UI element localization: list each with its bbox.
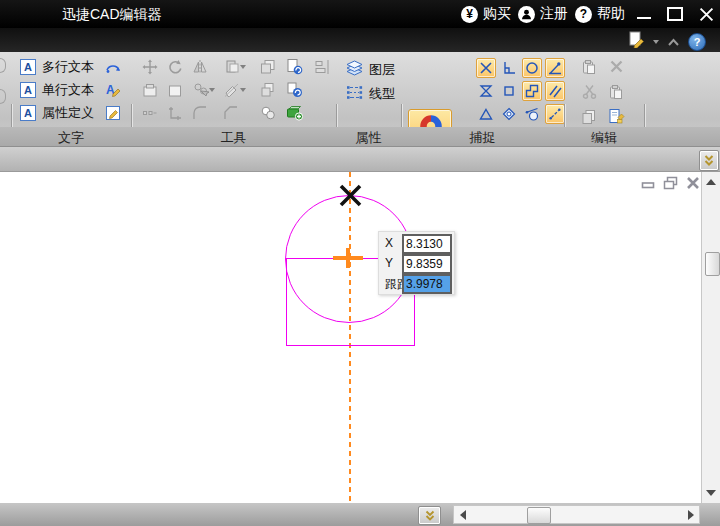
paste-block-icon[interactable] bbox=[140, 80, 160, 99]
singleline-text-icon: A bbox=[20, 82, 36, 98]
user-icon bbox=[518, 6, 535, 23]
snap-midpoint-toggle[interactable] bbox=[476, 81, 496, 101]
draw-order-icon[interactable] bbox=[284, 57, 304, 76]
rotate-icon[interactable] bbox=[165, 57, 185, 76]
copy-icon[interactable] bbox=[579, 107, 599, 126]
ribbon-group-labels: 文字 工具 属性 捕捉 编辑 bbox=[0, 127, 720, 147]
vertical-scrollbar[interactable] bbox=[701, 172, 720, 503]
copy-objects-icon[interactable] bbox=[258, 57, 278, 76]
arrow-down-icon bbox=[706, 490, 716, 496]
vertical-scroll-thumb[interactable] bbox=[705, 252, 720, 276]
erase-dropdown-icon[interactable] bbox=[221, 80, 249, 99]
y-value-field[interactable]: 9.8359 bbox=[402, 254, 452, 274]
quick-access-band: ? bbox=[0, 28, 720, 52]
offset-dropdown-icon[interactable] bbox=[221, 57, 249, 76]
close-button[interactable] bbox=[694, 2, 718, 26]
clipped-icon bbox=[0, 89, 6, 104]
close-icon bbox=[699, 7, 714, 22]
layers-button[interactable]: 图层 bbox=[346, 60, 395, 80]
delete-icon[interactable] bbox=[606, 57, 626, 76]
edit-attribute-icon[interactable] bbox=[104, 104, 121, 121]
double-chevron-down-icon bbox=[703, 154, 715, 167]
attribute-define-button[interactable]: A 属性定义 bbox=[20, 103, 94, 123]
attribute-define-icon: A bbox=[20, 105, 36, 121]
tools-group-label: 工具 bbox=[132, 129, 335, 147]
bottombar-expand-button[interactable] bbox=[418, 506, 441, 525]
mdi-minimize-button[interactable] bbox=[641, 176, 655, 194]
props-group-label: 属性 bbox=[337, 129, 400, 147]
maximize-button[interactable] bbox=[663, 2, 687, 26]
snap-intersection-toggle[interactable] bbox=[476, 58, 496, 78]
app-window: 迅捷CAD编辑器 ¥ 购买 注册 ? 帮助 bbox=[0, 0, 720, 526]
multiline-text-icon: A bbox=[20, 59, 36, 75]
edit-text-icon[interactable]: A bbox=[104, 81, 121, 98]
help-button[interactable]: ? 帮助 bbox=[575, 5, 625, 23]
singleline-text-button[interactable]: A 单行文本 bbox=[20, 80, 94, 100]
snap-node-toggle[interactable] bbox=[499, 81, 519, 101]
chamfer-icon[interactable] bbox=[221, 103, 241, 122]
fillet-icon[interactable] bbox=[190, 103, 210, 122]
buy-button[interactable]: ¥ 购买 bbox=[461, 5, 511, 23]
bottom-bar bbox=[0, 503, 720, 526]
paste-special-icon[interactable] bbox=[606, 82, 626, 101]
buy-label: 购买 bbox=[483, 5, 511, 23]
scroll-up-button[interactable] bbox=[702, 174, 720, 190]
x-value-field[interactable]: 8.3130 bbox=[402, 234, 452, 254]
y-label: Y bbox=[385, 256, 393, 270]
horizontal-scrollbar[interactable] bbox=[453, 505, 700, 524]
register-button[interactable]: 注册 bbox=[518, 5, 568, 23]
paste-origin-icon[interactable] bbox=[165, 80, 185, 99]
document-tab-strip bbox=[0, 147, 720, 172]
app-title: 迅捷CAD编辑器 bbox=[62, 0, 162, 28]
tabstrip-expand-button[interactable] bbox=[699, 150, 719, 171]
point-style-icon[interactable] bbox=[140, 103, 160, 122]
edit-drawing-icon[interactable] bbox=[628, 31, 645, 52]
snap-nearest-toggle[interactable] bbox=[522, 81, 542, 101]
arrow-left-icon bbox=[460, 510, 466, 520]
snap-endpoint-toggle[interactable] bbox=[545, 58, 565, 78]
measure-icon[interactable] bbox=[165, 103, 185, 122]
select-similar-icon[interactable] bbox=[190, 80, 218, 99]
linetype-button[interactable]: 线型 bbox=[346, 84, 395, 104]
mdi-restore-button[interactable] bbox=[663, 176, 678, 194]
group-circles-icon[interactable] bbox=[258, 103, 278, 122]
double-chevron-down-icon bbox=[424, 510, 436, 522]
scroll-down-button[interactable] bbox=[702, 485, 720, 501]
move-icon[interactable] bbox=[140, 57, 160, 76]
minimize-button[interactable] bbox=[632, 2, 656, 26]
minimize-icon bbox=[637, 17, 651, 19]
x-label: X bbox=[385, 236, 393, 250]
cut-icon[interactable] bbox=[579, 82, 599, 101]
multiline-text-button[interactable]: A 多行文本 bbox=[20, 57, 94, 77]
snap-center-toggle[interactable] bbox=[522, 58, 542, 78]
snap-perpendicular-toggle[interactable] bbox=[499, 58, 519, 78]
maximize-icon bbox=[667, 7, 683, 21]
snap-parallel-toggle[interactable] bbox=[545, 81, 565, 101]
snap-tangent-toggle[interactable] bbox=[522, 104, 542, 124]
mirror-icon[interactable] bbox=[190, 57, 210, 76]
arc-text-icon[interactable] bbox=[104, 58, 121, 75]
scroll-left-button[interactable] bbox=[455, 507, 470, 523]
snap-extension-toggle[interactable] bbox=[545, 104, 565, 124]
coordinate-tooltip: X 8.3130 Y 9.8359 跟踪 3.9978 bbox=[378, 231, 455, 295]
drawing-canvas[interactable]: X 8.3130 Y 9.8359 跟踪 3.9978 bbox=[0, 172, 701, 503]
horizontal-scroll-thumb[interactable] bbox=[527, 507, 551, 524]
arrow-up-icon bbox=[706, 179, 716, 185]
minimize-ribbon-icon[interactable] bbox=[667, 33, 680, 51]
block-add-icon[interactable] bbox=[284, 103, 304, 122]
match-properties-icon[interactable] bbox=[606, 107, 626, 126]
track-value-field[interactable]: 3.9978 bbox=[402, 274, 452, 294]
copy-nested-icon[interactable] bbox=[258, 80, 278, 99]
ribbon-help-icon[interactable]: ? bbox=[688, 33, 706, 51]
snap-group-label: 捕捉 bbox=[402, 129, 563, 147]
snap-apparent-toggle[interactable] bbox=[476, 104, 496, 124]
update-reference-icon[interactable] bbox=[284, 80, 304, 99]
align-icon[interactable] bbox=[312, 57, 332, 76]
title-bar: 迅捷CAD编辑器 ¥ 购买 注册 ? 帮助 bbox=[0, 0, 720, 28]
scroll-right-button[interactable] bbox=[683, 507, 698, 523]
paste-icon[interactable] bbox=[579, 57, 599, 76]
snap-quadrant-toggle[interactable] bbox=[499, 104, 519, 124]
dropdown-caret-icon[interactable] bbox=[653, 40, 659, 44]
mdi-close-button[interactable] bbox=[686, 176, 700, 194]
question-icon: ? bbox=[575, 6, 592, 23]
